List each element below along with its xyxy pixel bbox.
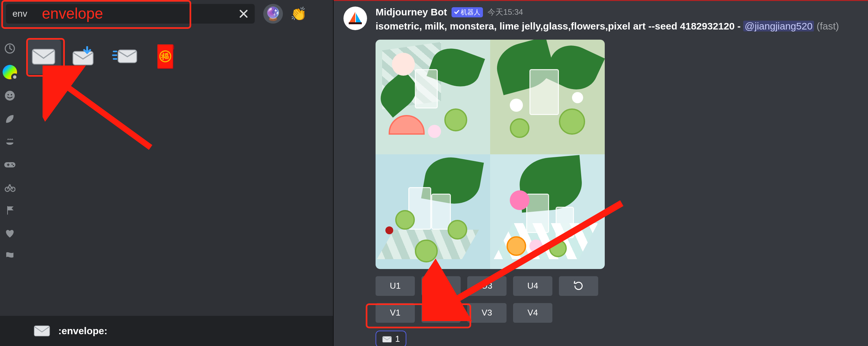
flying-envelope-icon (112, 46, 138, 67)
envelope-icon (33, 324, 51, 338)
reaction-row: 1 (376, 330, 858, 346)
reaction-count: 1 (395, 334, 400, 344)
emoji-search-wrap (6, 4, 255, 24)
clear-search-button[interactable] (237, 7, 250, 20)
envelope-icon (30, 46, 57, 67)
emoji-results-grid: 🧧 (26, 39, 183, 74)
incoming-envelope-icon (71, 46, 97, 67)
close-icon (239, 9, 248, 18)
emoji-result-envelope[interactable] (26, 39, 61, 74)
midjourney-logo-icon (347, 10, 363, 26)
emoji-result-incoming-envelope[interactable] (67, 39, 101, 74)
emoji-preview-bar: :envelope: (0, 316, 333, 346)
category-recent[interactable] (3, 42, 17, 55)
variation-button-row: V1 V2 V3 V4 (376, 303, 858, 323)
category-midjourney[interactable] (3, 65, 17, 79)
category-flags[interactable] (3, 250, 17, 263)
message: Midjourney Bot 机器人 今天15:34 isometric, mi… (343, 6, 858, 346)
emoji-search-row: 🔮 👏 (0, 0, 333, 27)
verified-check-icon (454, 9, 459, 15)
generated-image-3[interactable] (376, 154, 490, 269)
v4-button[interactable]: V4 (513, 303, 552, 323)
skin-tone-picker: 🔮 👏 (263, 4, 308, 24)
tone-option-magic[interactable]: 🔮 (263, 4, 283, 24)
author-name[interactable]: Midjourney Bot (376, 6, 447, 18)
tone-option-clap[interactable]: 👏 (289, 4, 308, 24)
mention[interactable]: @jiangjiang520 (743, 21, 814, 31)
category-food[interactable] (3, 135, 17, 148)
emoji-preview-code: :envelope: (58, 325, 107, 337)
upscale-button-row: U1 U2 U3 U4 (376, 276, 858, 296)
emoji-result-envelope-arrow[interactable] (107, 39, 142, 74)
speed-value: (fast) (816, 21, 839, 31)
emoji-picker-panel: 🔮 👏 envelope 🧧 (0, 0, 334, 346)
message-body: Midjourney Bot 机器人 今天15:34 isometric, mi… (376, 6, 858, 346)
redo-button[interactable] (559, 276, 598, 296)
envelope-icon (382, 335, 392, 342)
bot-tag-label: 机器人 (461, 8, 480, 17)
u2-button[interactable]: U2 (422, 276, 461, 296)
u1-button[interactable]: U1 (376, 276, 415, 296)
author-row: Midjourney Bot 机器人 今天15:34 (376, 6, 858, 18)
message-timestamp: 今天15:34 (488, 7, 523, 17)
category-symbols[interactable] (3, 227, 17, 240)
generated-image-4[interactable] (490, 154, 605, 269)
u4-button[interactable]: U4 (513, 276, 552, 296)
envelope-reaction[interactable]: 1 (376, 330, 406, 346)
generated-image-2[interactable] (490, 40, 605, 154)
v3-button[interactable]: V3 (467, 303, 506, 323)
redo-icon (573, 281, 584, 292)
category-travel[interactable] (3, 181, 17, 194)
emoji-category-rail (0, 39, 20, 263)
generated-image-1[interactable] (376, 40, 490, 154)
message-content: isometric, milk, monstera, lime jelly,gl… (376, 20, 858, 33)
u3-button[interactable]: U3 (467, 276, 506, 296)
chat-panel: Midjourney Bot 机器人 今天15:34 isometric, mi… (334, 0, 868, 346)
v2-button[interactable]: V2 (422, 303, 461, 323)
author-avatar[interactable] (343, 6, 367, 30)
emoji-search-input[interactable] (6, 4, 255, 24)
svg-line-12 (55, 78, 151, 147)
category-people[interactable] (3, 89, 17, 102)
emoji-result-red-envelope[interactable]: 🧧 (148, 39, 183, 74)
category-objects[interactable] (3, 204, 17, 217)
generated-image-grid[interactable] (376, 40, 605, 269)
category-activities[interactable] (3, 158, 17, 171)
prompt-dash: - (737, 21, 743, 31)
category-nature[interactable] (3, 112, 17, 125)
bot-tag: 机器人 (452, 7, 483, 17)
annotation-arrow-left (42, 65, 160, 157)
v1-button[interactable]: V1 (376, 303, 415, 323)
prompt-text: isometric, milk, monstera, lime jelly,gl… (376, 21, 735, 31)
